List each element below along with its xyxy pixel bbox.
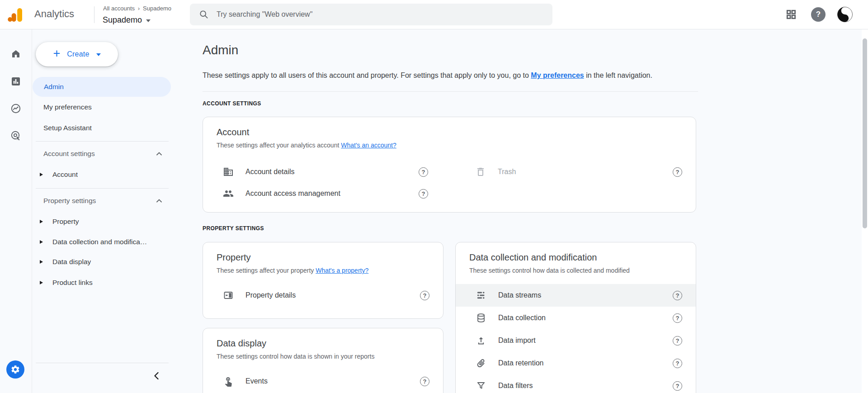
breadcrumb-separator: › [138, 5, 140, 12]
sidebar-item-account[interactable]: Account [32, 166, 172, 184]
expand-arrow-icon[interactable] [40, 173, 43, 176]
account-selector-label: Supademo [103, 15, 142, 25]
row-data-streams[interactable]: Data streams ? [456, 284, 696, 307]
filter-icon [476, 380, 486, 391]
create-button[interactable]: + Create [36, 42, 118, 66]
analytics-logo-icon[interactable] [6, 6, 24, 26]
divider [203, 91, 698, 92]
sidebar-item-label: Data display [52, 258, 91, 266]
row-label: Data retention [498, 359, 544, 367]
section-header-label: Property settings [43, 197, 96, 205]
divider [36, 363, 169, 363]
card-title: Data display [217, 338, 429, 349]
home-icon[interactable] [10, 48, 21, 59]
chevron-down-icon [96, 53, 101, 56]
help-circle-icon[interactable]: ? [673, 381, 682, 391]
row-label: Data collection [498, 314, 546, 322]
expand-arrow-icon[interactable] [40, 240, 43, 244]
description-text: in the left navigation. [584, 71, 652, 79]
divider [36, 188, 169, 189]
help-circle-icon[interactable]: ? [419, 167, 428, 177]
chevron-left-icon [153, 372, 160, 380]
whats-an-account-link[interactable]: What's an account? [341, 142, 396, 149]
sidebar-item-property[interactable]: Property [32, 213, 172, 231]
reports-icon[interactable] [10, 76, 21, 87]
sidebar-item-label: Admin [44, 83, 64, 91]
page-title: Admin [203, 43, 238, 57]
scrollbar-thumb[interactable] [863, 38, 867, 228]
admin-gear-icon[interactable] [6, 360, 24, 379]
sidebar-item-data-display[interactable]: Data display [32, 253, 172, 271]
help-circle-icon[interactable]: ? [673, 336, 682, 346]
sidebar-item-setup-assistant[interactable]: Setup Assistant [32, 118, 172, 138]
chevron-up-icon [156, 199, 162, 203]
scrollbar-track [862, 29, 868, 393]
row-data-import[interactable]: Data import ? [456, 329, 696, 352]
building-icon [223, 166, 234, 177]
explore-icon[interactable] [10, 103, 21, 114]
help-circle-icon[interactable]: ? [419, 189, 428, 199]
people-icon [223, 188, 234, 199]
row-events[interactable]: Events ? [203, 370, 443, 393]
expand-arrow-icon[interactable] [40, 260, 43, 264]
data-collection-card: Data collection and modification These s… [455, 242, 696, 393]
admin-sidebar: + Create Admin My preferences Setup Assi… [32, 29, 172, 393]
sidebar-item-admin[interactable]: Admin [33, 77, 171, 97]
sidebar-item-label: Property [52, 218, 79, 226]
row-data-retention[interactable]: Data retention ? [456, 352, 696, 374]
create-button-label: Create [67, 50, 89, 58]
data-streams-icon [476, 290, 486, 301]
row-data-collection[interactable]: Data collection ? [456, 307, 696, 329]
breadcrumb[interactable]: All accounts › Supademo [103, 5, 171, 12]
search-input[interactable] [217, 10, 545, 19]
sidebar-item-my-preferences[interactable]: My preferences [32, 97, 172, 117]
help-circle-icon[interactable]: ? [673, 313, 682, 323]
row-property-details[interactable]: Property details ? [203, 284, 443, 307]
sidebar-item-product-links[interactable]: Product links [32, 274, 172, 292]
row-data-filters[interactable]: Data filters ? [456, 374, 696, 393]
row-account-details[interactable]: Account details ? [203, 161, 450, 183]
help-circle-icon[interactable]: ? [673, 359, 682, 368]
sidebar-item-data-collection[interactable]: Data collection and modifica… [32, 233, 172, 251]
row-label: Property details [245, 291, 296, 299]
avatar[interactable] [837, 6, 853, 23]
section-header-account-settings[interactable]: Account settings [32, 145, 172, 163]
help-circle-icon[interactable]: ? [673, 167, 682, 177]
help-circle-icon[interactable]: ? [420, 377, 429, 386]
apps-grid-icon[interactable] [785, 9, 797, 20]
help-circle-icon[interactable]: ? [673, 291, 682, 300]
sidebar-item-label: Product links [52, 279, 93, 287]
row-trash: Trash ? [450, 161, 696, 183]
row-label: Account access management [245, 189, 340, 198]
description-text: These settings apply to all users of thi… [203, 71, 531, 79]
search-bar[interactable] [190, 4, 552, 25]
row-label: Data streams [498, 291, 541, 299]
row-label: Events [245, 377, 268, 385]
expand-arrow-icon[interactable] [40, 281, 43, 284]
breadcrumb-account[interactable]: Supademo [143, 5, 171, 12]
touch-icon [223, 376, 234, 387]
chevron-down-icon [146, 19, 151, 22]
my-preferences-link[interactable]: My preferences [531, 71, 584, 79]
chevron-up-icon [156, 152, 162, 156]
row-label: Data import [498, 336, 536, 345]
attachment-icon [476, 358, 486, 369]
card-title: Account [217, 127, 682, 137]
row-label: Trash [498, 168, 516, 176]
help-circle-icon[interactable]: ? [420, 291, 429, 300]
advertising-icon[interactable] [10, 130, 21, 141]
property-card: Property These settings affect your prop… [203, 242, 443, 319]
collapse-sidebar-button[interactable] [150, 369, 163, 382]
whats-a-property-link[interactable]: What's a property? [316, 267, 368, 274]
account-selector[interactable]: Supademo [103, 15, 151, 25]
data-display-card: Data display These settings control how … [203, 328, 443, 393]
row-account-access-management[interactable]: Account access management ? [203, 183, 450, 204]
product-name: Analytics [34, 8, 74, 20]
section-header-property-settings[interactable]: Property settings [32, 192, 172, 210]
property-settings-section-label: PROPERTY SETTINGS [203, 225, 264, 232]
card-subtitle: These settings control how data is colle… [469, 267, 682, 274]
expand-arrow-icon[interactable] [40, 220, 43, 223]
help-icon[interactable]: ? [811, 7, 826, 22]
breadcrumb-all-accounts[interactable]: All accounts [103, 5, 135, 12]
divider [36, 141, 169, 142]
